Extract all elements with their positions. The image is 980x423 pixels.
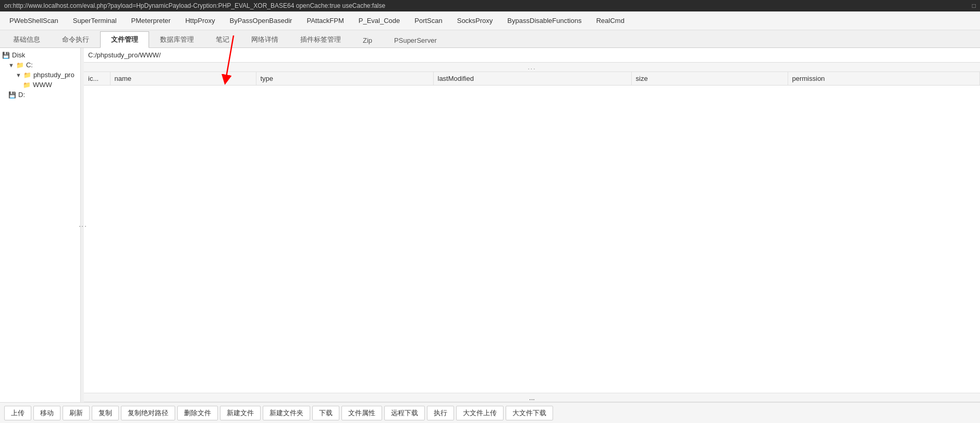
top-dots-bar[interactable]: ... [84, 63, 980, 72]
disk-icon: 💾 [2, 52, 10, 59]
plugin-btn-pwebshellscan[interactable]: PWebShellScan [2, 11, 66, 30]
tree-item-label: C: [26, 61, 33, 69]
bottom-dots-icon: ... [529, 394, 535, 402]
col-header-icon[interactable]: ic... [84, 72, 110, 86]
plugin-btn-bypassopenbasedir[interactable]: ByPassOpenBasedir [223, 11, 300, 30]
plugin-btn-socksproxy[interactable]: SocksProxy [450, 11, 500, 30]
tab-bar: 基础信息命令执行文件管理数据库管理笔记网络详情插件标签管理ZipPSuperSe… [0, 30, 980, 48]
plugin-btn-portscan[interactable]: PortScan [407, 11, 449, 30]
bottom-btn-执行[interactable]: 执行 [427, 406, 454, 420]
plugin-btn-pmeterpreter[interactable]: PMeterpreter [124, 11, 178, 30]
tab-网络详情[interactable]: 网络详情 [240, 31, 289, 47]
url-bar: on:http://www.localhost.com/eval.php?pay… [0, 0, 980, 11]
tab-基础信息[interactable]: 基础信息 [2, 31, 51, 47]
bottom-btn-删除文件[interactable]: 删除文件 [177, 406, 218, 420]
col-header-lastmodified[interactable]: lastModified [433, 72, 631, 86]
bottom-btn-新建文件夹[interactable]: 新建文件夹 [263, 406, 310, 420]
tree-item-label: WWW [33, 81, 52, 89]
expand-arrow-icon: ▼ [16, 72, 21, 78]
bottom-btn-上传[interactable]: 上传 [4, 406, 31, 420]
bottom-btn-刷新[interactable]: 刷新 [63, 406, 90, 420]
plugin-btn-pattackfpm[interactable]: PAttackFPM [299, 11, 351, 30]
plugin-toolbar: PWebShellScanSuperTerminalPMeterpreterHt… [0, 11, 980, 30]
bottom-toolbar: 上传移动刷新复制复制绝对路径删除文件新建文件新建文件夹下载文件属性远程下载执行大… [0, 402, 980, 423]
bottom-btn-文件属性[interactable]: 文件属性 [341, 406, 382, 420]
tab-命令执行[interactable]: 命令执行 [51, 31, 100, 47]
expand-arrow-icon: ▼ [8, 62, 14, 68]
tab-Zip[interactable]: Zip [352, 33, 383, 47]
tab-文件管理[interactable]: 文件管理 [100, 31, 149, 48]
plugin-btn-p-eval-code[interactable]: P_Eval_Code [351, 11, 408, 30]
bottom-btn-复制绝对路径[interactable]: 复制绝对路径 [121, 406, 175, 420]
table-header-row: ic... name type lastModified size permis… [84, 72, 980, 86]
bottom-btn-大文件上传[interactable]: 大文件上传 [456, 406, 504, 420]
bottom-btn-移动[interactable]: 移动 [33, 406, 60, 420]
folder-icon: 📁 [16, 62, 24, 69]
col-header-size[interactable]: size [631, 72, 788, 86]
tree-item-C:[interactable]: ▼📁C: [0, 60, 80, 70]
bottom-btn-下载[interactable]: 下载 [312, 406, 339, 420]
path-bar: C:/phpstudy_pro/WWW/ [84, 48, 980, 63]
tab-PSuperServer[interactable]: PSuperServer [383, 33, 448, 47]
col-header-type[interactable]: type [256, 72, 433, 86]
col-header-name[interactable]: name [110, 72, 256, 86]
tab-数据库管理[interactable]: 数据库管理 [149, 31, 205, 47]
tree-item-label: phpstudy_pro [33, 71, 75, 79]
bottom-btn-大文件下载[interactable]: 大文件下载 [506, 406, 553, 420]
top-dots-icon: ... [528, 64, 536, 71]
folder-icon: 📁 [23, 81, 31, 89]
tree-item-phpstudy_pro[interactable]: ▼📁phpstudy_pro [0, 70, 80, 80]
url-text: on:http://www.localhost.com/eval.php?pay… [4, 2, 385, 9]
tree-item-WWW[interactable]: 📁WWW [0, 80, 80, 90]
bottom-dots-bar[interactable]: ... [84, 393, 980, 402]
bottom-btn-复制[interactable]: 复制 [92, 406, 119, 420]
current-path: C:/phpstudy_pro/WWW/ [88, 51, 161, 59]
file-table: ic... name type lastModified size permis… [84, 72, 980, 393]
plugin-btn-superterminal[interactable]: SuperTerminal [66, 11, 124, 30]
tab-笔记[interactable]: 笔记 [205, 31, 240, 47]
folder-icon: 📁 [23, 71, 31, 79]
bottom-btn-新建文件[interactable]: 新建文件 [220, 406, 261, 420]
tree-item-label: D: [18, 91, 25, 99]
close-icon[interactable]: □ [972, 2, 976, 9]
plugin-btn-realcmd[interactable]: RealCmd [589, 11, 632, 30]
content-panel: C:/phpstudy_pro/WWW/ ... ic... name type [84, 48, 980, 402]
tab-插件标签管理[interactable]: 插件标签管理 [289, 31, 352, 47]
tree-item-Disk[interactable]: 💾Disk [0, 50, 80, 60]
file-tree-sidebar: 💾Disk▼📁C:▼📁phpstudy_pro📁WWW💾D: [0, 48, 81, 402]
tree-item-label: Disk [12, 51, 25, 59]
bottom-btn-远程下载[interactable]: 远程下载 [384, 406, 425, 420]
plugin-btn-bypassdisablefunctions[interactable]: BypassDisableFunctions [500, 11, 589, 30]
col-header-permission[interactable]: permission [788, 72, 980, 86]
plugin-btn-httpproxy[interactable]: HttpProxy [178, 11, 222, 30]
tree-item-D:[interactable]: 💾D: [0, 90, 80, 100]
disk-icon: 💾 [8, 91, 16, 99]
